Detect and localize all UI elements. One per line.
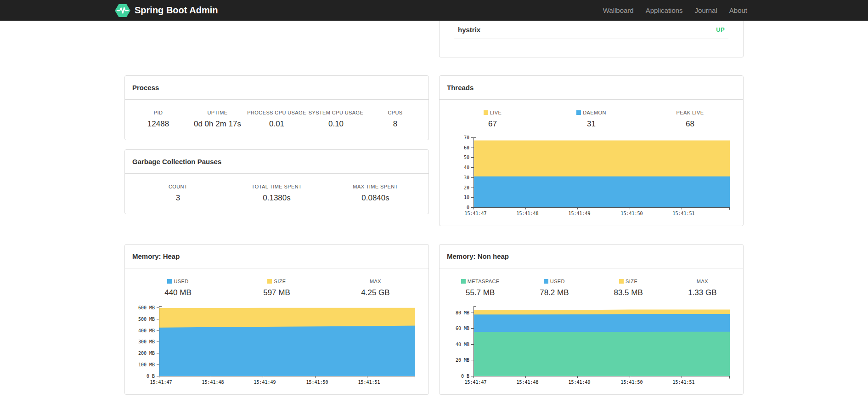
process-panel: Process PID 12488 UPTIME 0d 0h 2m 17s PR…	[124, 75, 429, 140]
metric-uptime: UPTIME 0d 0h 2m 17s	[188, 110, 247, 129]
metric-pid: PID 12488	[129, 110, 188, 129]
svg-text:15:41:51: 15:41:51	[672, 380, 694, 385]
svg-text:400 MB: 400 MB	[138, 328, 155, 333]
metric-nonheap-metaspace: METASPACE 55.7 MB	[443, 279, 517, 297]
process-panel-title: Process	[125, 76, 428, 100]
threads-panel-title: Threads	[440, 76, 743, 100]
svg-text:15:41:50: 15:41:50	[306, 380, 328, 385]
svg-text:60: 60	[464, 145, 469, 150]
svg-text:600 MB: 600 MB	[138, 305, 155, 310]
nav-link-wallboard[interactable]: Wallboard	[597, 6, 640, 14]
memory-heap-chart: 0 B100 MB200 MB300 MB400 MB500 MB600 MB1…	[125, 302, 428, 394]
gc-panel-title: Garbage Collection Pauses	[125, 150, 428, 174]
svg-text:20 MB: 20 MB	[456, 358, 469, 363]
memory-heap-panel: Memory: Heap USED 440 MB SIZE 597 MB MAX…	[124, 244, 429, 395]
used-legend-swatch	[167, 279, 172, 284]
daemon-legend-swatch	[576, 110, 581, 115]
svg-text:20: 20	[464, 185, 469, 190]
svg-text:0: 0	[467, 205, 469, 210]
metaspace-legend-swatch	[461, 279, 466, 284]
metric-cpus: CPUS 8	[366, 110, 425, 129]
size-legend-swatch	[267, 279, 272, 284]
memory-nonheap-panel-title: Memory: Non heap	[440, 245, 743, 268]
threads-legend: LIVE 67 DAEMON 31 PEAK LIVE 68	[440, 100, 743, 133]
svg-text:70: 70	[464, 135, 469, 140]
live-legend-swatch	[484, 110, 488, 115]
metric-nonheap-used: USED 78.2 MB	[517, 279, 591, 297]
svg-text:30: 30	[464, 175, 469, 180]
svg-text:300 MB: 300 MB	[138, 339, 155, 344]
spring-boot-admin-logo-icon	[115, 4, 130, 17]
brand-title: Spring Boot Admin	[135, 5, 218, 16]
threads-chart: 01020304050607015:41:4715:41:4815:41:491…	[440, 133, 743, 226]
svg-text:500 MB: 500 MB	[138, 317, 155, 322]
nav-link-journal[interactable]: Journal	[689, 6, 723, 14]
svg-text:0 B: 0 B	[461, 374, 469, 379]
metric-heap-size: SIZE 597 MB	[227, 279, 326, 297]
svg-text:15:41:48: 15:41:48	[202, 380, 224, 385]
metric-threads-peak-live: PEAK LIVE 68	[641, 110, 739, 129]
metric-heap-used: USED 440 MB	[129, 279, 227, 297]
svg-text:15:41:49: 15:41:49	[568, 211, 590, 216]
metric-gc-max-time: MAX TIME SPENT 0.0840s	[326, 184, 425, 203]
svg-text:15:41:50: 15:41:50	[620, 211, 643, 216]
metric-system-cpu-usage: SYSTEM CPU USAGE 0.10	[306, 110, 366, 129]
nav-links: Wallboard Applications Journal About	[597, 6, 753, 14]
nonheap-legend: METASPACE 55.7 MB USED 78.2 MB SIZE 83.5…	[440, 268, 743, 302]
metric-nonheap-size: SIZE 83.5 MB	[592, 279, 665, 297]
svg-text:0 B: 0 B	[147, 374, 155, 379]
brand-link[interactable]: Spring Boot Admin	[115, 4, 218, 17]
metric-process-cpu-usage: PROCESS CPU USAGE 0.01	[247, 110, 306, 129]
svg-text:100 MB: 100 MB	[138, 362, 155, 367]
heap-legend: USED 440 MB SIZE 597 MB MAX 4.25 GB	[125, 268, 428, 302]
svg-text:15:41:48: 15:41:48	[516, 211, 538, 216]
memory-heap-panel-title: Memory: Heap	[125, 245, 428, 268]
application-status-panel: hystrix UP	[439, 21, 744, 57]
nav-link-applications[interactable]: Applications	[640, 6, 689, 14]
svg-text:10: 10	[464, 195, 469, 200]
svg-text:50: 50	[464, 155, 469, 160]
metric-nonheap-max: MAX 1.33 GB	[665, 279, 739, 297]
top-navbar: Spring Boot Admin Wallboard Applications…	[0, 0, 868, 21]
metric-threads-live: LIVE 67	[443, 110, 542, 129]
memory-nonheap-chart: 0 B20 MB40 MB60 MB80 MB15:41:4715:41:481…	[440, 302, 743, 394]
svg-text:200 MB: 200 MB	[138, 351, 155, 356]
metric-threads-daemon: DAEMON 31	[542, 110, 641, 129]
memory-nonheap-panel: Memory: Non heap METASPACE 55.7 MB USED …	[439, 244, 744, 395]
metric-heap-max: MAX 4.25 GB	[326, 279, 425, 297]
svg-text:80 MB: 80 MB	[456, 310, 469, 315]
used-legend-swatch	[544, 279, 548, 284]
svg-text:15:41:47: 15:41:47	[150, 380, 172, 385]
svg-text:15:41:49: 15:41:49	[568, 380, 590, 385]
application-name: hystrix	[458, 26, 480, 34]
metric-gc-count: COUNT 3	[129, 184, 227, 203]
metric-gc-total-time: TOTAL TIME SPENT 0.1380s	[227, 184, 326, 203]
threads-panel: Threads LIVE 67 DAEMON 31 PEAK LIVE 68	[439, 75, 744, 226]
nav-link-about[interactable]: About	[723, 6, 753, 14]
svg-text:15:41:49: 15:41:49	[254, 380, 276, 385]
svg-text:15:41:47: 15:41:47	[464, 211, 486, 216]
svg-text:15:41:48: 15:41:48	[516, 380, 538, 385]
svg-text:15:41:47: 15:41:47	[464, 380, 486, 385]
size-legend-swatch	[619, 279, 624, 284]
svg-text:40 MB: 40 MB	[456, 342, 469, 347]
svg-text:60 MB: 60 MB	[456, 326, 469, 331]
svg-text:15:41:51: 15:41:51	[358, 380, 380, 385]
application-status-badge: UP	[716, 26, 725, 33]
application-row[interactable]: hystrix UP	[440, 21, 743, 39]
svg-text:40: 40	[464, 165, 469, 170]
svg-text:15:41:50: 15:41:50	[620, 380, 643, 385]
gc-metrics: COUNT 3 TOTAL TIME SPENT 0.1380s MAX TIM…	[125, 174, 428, 207]
process-metrics: PID 12488 UPTIME 0d 0h 2m 17s PROCESS CP…	[125, 100, 428, 133]
empty-left-spacer	[124, 21, 429, 57]
svg-text:15:41:51: 15:41:51	[672, 211, 694, 216]
gc-pauses-panel: Garbage Collection Pauses COUNT 3 TOTAL …	[124, 149, 429, 214]
